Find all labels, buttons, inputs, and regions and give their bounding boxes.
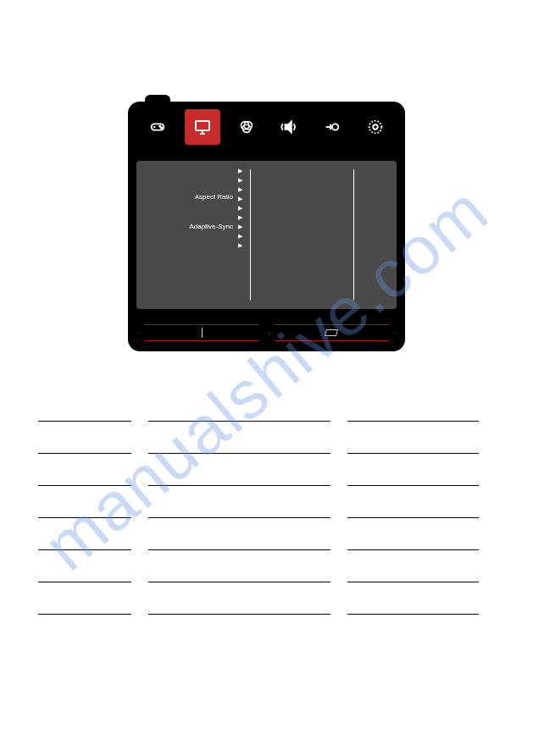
table-row xyxy=(38,454,496,486)
svg-point-13 xyxy=(373,124,378,130)
gamepad-icon[interactable] xyxy=(142,111,174,143)
table-cell xyxy=(148,550,330,582)
table-cell xyxy=(38,518,131,550)
chevron-right-icon: ▶ xyxy=(238,242,247,249)
svg-point-14 xyxy=(369,121,381,134)
table-cell xyxy=(38,486,131,518)
svg-rect-5 xyxy=(196,121,209,130)
menu-item-aspect-ratio[interactable]: Aspect Ratio xyxy=(145,190,238,204)
table-cell xyxy=(347,389,479,422)
monitor-icon[interactable] xyxy=(185,109,220,145)
chevron-right-icon: ▶ xyxy=(238,168,247,174)
chevron-right-icon: ▶ xyxy=(238,196,247,202)
settings-icon[interactable] xyxy=(359,111,391,143)
osd-panel: Aspect Ratio Adaptive-Sync ▶ ▶ ▶ ▶ ▶ ▶ ▶… xyxy=(128,102,405,360)
osd-tab-bar xyxy=(128,102,405,152)
chevron-right-icon: ▶ xyxy=(238,214,247,221)
table-row xyxy=(38,486,496,518)
table-cell xyxy=(38,389,131,422)
table-cell xyxy=(148,454,330,486)
table-cell xyxy=(38,550,131,582)
audio-icon[interactable] xyxy=(274,111,306,143)
svg-point-3 xyxy=(159,125,160,126)
svg-point-4 xyxy=(161,127,162,128)
notch xyxy=(145,95,170,102)
chevron-right-icon: ▶ xyxy=(238,223,247,230)
divider xyxy=(250,169,251,301)
chevron-right-icon: ▶ xyxy=(238,233,247,240)
nav-button-left[interactable] xyxy=(138,324,265,341)
menu-item-label: Adaptive-Sync xyxy=(189,223,233,230)
chevron-right-icon: ▶ xyxy=(238,186,247,193)
table-cell xyxy=(347,582,479,615)
table-cell xyxy=(148,582,330,615)
osd-body: Aspect Ratio Adaptive-Sync ▶ ▶ ▶ ▶ ▶ ▶ ▶… xyxy=(128,152,405,317)
table-cell xyxy=(38,582,131,615)
input-icon[interactable] xyxy=(316,111,348,143)
osd-content-panel: Aspect Ratio Adaptive-Sync ▶ ▶ ▶ ▶ ▶ ▶ ▶… xyxy=(136,161,397,309)
osd-bottom-bar xyxy=(128,317,405,351)
table-cell xyxy=(347,422,479,454)
table-row xyxy=(38,550,496,582)
table-cell xyxy=(38,422,131,454)
arrow-column: ▶ ▶ ▶ ▶ ▶ ▶ ▶ ▶ ▶ xyxy=(238,161,247,309)
nav-buttons xyxy=(136,324,397,341)
menu-item-adaptive-sync[interactable]: Adaptive-Sync xyxy=(145,219,238,234)
table-row xyxy=(38,422,496,454)
osd-menu-column: Aspect Ratio Adaptive-Sync xyxy=(136,161,238,309)
osd-submenu-column xyxy=(254,161,350,309)
table-cell xyxy=(148,422,330,454)
table-cell xyxy=(148,486,330,518)
table-cell xyxy=(148,518,330,550)
table-row xyxy=(38,389,496,422)
chevron-right-icon: ▶ xyxy=(238,205,247,212)
table-cell xyxy=(347,550,479,582)
table-cell xyxy=(347,454,479,486)
divider xyxy=(353,169,354,301)
table-cell xyxy=(347,486,479,518)
table-cell xyxy=(347,518,479,550)
settings-table xyxy=(38,389,496,615)
table-row xyxy=(38,582,496,615)
color-icon[interactable] xyxy=(230,111,263,143)
table-row xyxy=(38,518,496,550)
table-cell xyxy=(38,454,131,486)
menu-item-label: Aspect Ratio xyxy=(195,193,233,201)
nav-button-right[interactable] xyxy=(269,324,396,341)
chevron-right-icon: ▶ xyxy=(238,177,247,184)
rect-icon xyxy=(325,329,338,336)
table-cell xyxy=(148,389,330,422)
